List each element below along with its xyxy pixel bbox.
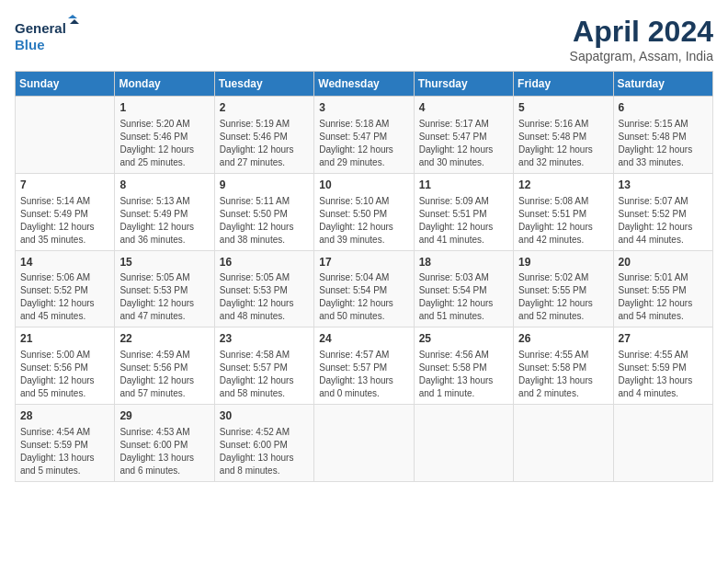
- cell-info: Sunrise: 5:03 AM Sunset: 5:54 PM Dayligh…: [419, 271, 508, 323]
- table-row: 6Sunrise: 5:15 AM Sunset: 5:48 PM Daylig…: [613, 97, 712, 174]
- cell-info: Sunrise: 4:59 AM Sunset: 5:56 PM Dayligh…: [119, 349, 209, 400]
- table-row: 26Sunrise: 4:55 AM Sunset: 5:58 PM Dayli…: [514, 327, 613, 405]
- col-header-monday: Monday: [115, 72, 214, 97]
- table-row: 14Sunrise: 5:06 AM Sunset: 5:52 PM Dayli…: [16, 250, 115, 327]
- date-number: 11: [419, 178, 508, 193]
- table-row: 8Sunrise: 5:13 AM Sunset: 5:49 PM Daylig…: [115, 173, 214, 250]
- table-row: 25Sunrise: 4:56 AM Sunset: 5:58 PM Dayli…: [414, 327, 513, 405]
- date-number: 18: [419, 255, 508, 270]
- date-number: 16: [220, 255, 309, 270]
- date-number: 23: [220, 331, 309, 347]
- logo-svg: General Blue: [15, 15, 79, 56]
- table-row: 30Sunrise: 4:52 AM Sunset: 6:00 PM Dayli…: [214, 405, 313, 482]
- date-number: 13: [619, 178, 708, 193]
- table-row: [414, 405, 513, 482]
- date-number: 14: [20, 255, 109, 270]
- table-row: 1Sunrise: 5:20 AM Sunset: 5:46 PM Daylig…: [115, 97, 214, 174]
- table-row: 20Sunrise: 5:01 AM Sunset: 5:55 PM Dayli…: [613, 250, 712, 327]
- cell-info: Sunrise: 4:53 AM Sunset: 6:00 PM Dayligh…: [119, 426, 209, 477]
- svg-text:Blue: Blue: [15, 37, 45, 52]
- cell-info: Sunrise: 4:52 AM Sunset: 6:00 PM Dayligh…: [220, 426, 309, 477]
- col-header-friday: Friday: [514, 72, 613, 97]
- date-number: 10: [319, 178, 408, 193]
- cell-info: Sunrise: 5:09 AM Sunset: 5:51 PM Dayligh…: [419, 195, 508, 247]
- calendar-table: SundayMondayTuesdayWednesdayThursdayFrid…: [15, 71, 713, 482]
- col-header-wednesday: Wednesday: [314, 72, 414, 97]
- date-number: 9: [220, 178, 309, 193]
- col-header-saturday: Saturday: [613, 72, 712, 97]
- table-row: 10Sunrise: 5:10 AM Sunset: 5:50 PM Dayli…: [314, 173, 414, 250]
- table-row: 27Sunrise: 4:55 AM Sunset: 5:59 PM Dayli…: [613, 327, 712, 405]
- table-row: [314, 405, 414, 482]
- table-row: 13Sunrise: 5:07 AM Sunset: 5:52 PM Dayli…: [613, 173, 712, 250]
- date-number: 30: [220, 408, 309, 424]
- cell-info: Sunrise: 4:58 AM Sunset: 5:57 PM Dayligh…: [220, 349, 309, 400]
- cell-info: Sunrise: 5:04 AM Sunset: 5:54 PM Dayligh…: [319, 271, 408, 323]
- logo: General Blue: [15, 15, 79, 56]
- date-number: 24: [319, 331, 408, 347]
- date-number: 26: [518, 331, 608, 347]
- table-row: [514, 405, 613, 482]
- table-row: 16Sunrise: 5:05 AM Sunset: 5:53 PM Dayli…: [214, 250, 313, 327]
- cell-info: Sunrise: 4:54 AM Sunset: 5:59 PM Dayligh…: [20, 426, 109, 477]
- cell-info: Sunrise: 4:57 AM Sunset: 5:57 PM Dayligh…: [319, 349, 408, 400]
- cell-info: Sunrise: 5:13 AM Sunset: 5:49 PM Dayligh…: [119, 195, 209, 247]
- cell-info: Sunrise: 5:02 AM Sunset: 5:55 PM Dayligh…: [518, 271, 608, 323]
- table-row: [613, 405, 712, 482]
- date-number: 8: [119, 178, 209, 193]
- col-header-tuesday: Tuesday: [214, 72, 313, 97]
- table-row: 29Sunrise: 4:53 AM Sunset: 6:00 PM Dayli…: [115, 405, 214, 482]
- title-block: April 2024 Sapatgram, Assam, India: [570, 15, 713, 63]
- col-header-sunday: Sunday: [16, 72, 115, 97]
- table-row: 3Sunrise: 5:18 AM Sunset: 5:47 PM Daylig…: [314, 97, 414, 174]
- cell-info: Sunrise: 5:18 AM Sunset: 5:47 PM Dayligh…: [319, 118, 408, 169]
- table-row: 24Sunrise: 4:57 AM Sunset: 5:57 PM Dayli…: [314, 327, 414, 405]
- table-row: 7Sunrise: 5:14 AM Sunset: 5:49 PM Daylig…: [16, 173, 115, 250]
- date-number: 29: [119, 408, 209, 424]
- date-number: 21: [20, 331, 109, 347]
- date-number: 28: [20, 408, 109, 424]
- cell-info: Sunrise: 5:00 AM Sunset: 5:56 PM Dayligh…: [20, 349, 109, 400]
- page-header: General Blue April 2024 Sapatgram, Assam…: [15, 15, 713, 63]
- table-row: 2Sunrise: 5:19 AM Sunset: 5:46 PM Daylig…: [214, 97, 313, 174]
- table-row: 4Sunrise: 5:17 AM Sunset: 5:47 PM Daylig…: [414, 97, 513, 174]
- svg-marker-2: [68, 15, 77, 18]
- table-row: 17Sunrise: 5:04 AM Sunset: 5:54 PM Dayli…: [314, 250, 414, 327]
- date-number: 5: [518, 100, 608, 116]
- cell-info: Sunrise: 5:20 AM Sunset: 5:46 PM Dayligh…: [119, 118, 209, 169]
- cell-info: Sunrise: 4:55 AM Sunset: 5:59 PM Dayligh…: [619, 349, 708, 400]
- cell-info: Sunrise: 5:17 AM Sunset: 5:47 PM Dayligh…: [419, 118, 508, 169]
- table-row: [16, 97, 115, 174]
- location-subtitle: Sapatgram, Assam, India: [570, 49, 713, 63]
- cell-info: Sunrise: 5:15 AM Sunset: 5:48 PM Dayligh…: [619, 118, 708, 169]
- date-number: 25: [419, 331, 508, 347]
- col-header-thursday: Thursday: [414, 72, 513, 97]
- table-row: 11Sunrise: 5:09 AM Sunset: 5:51 PM Dayli…: [414, 173, 513, 250]
- date-number: 1: [119, 100, 209, 116]
- date-number: 2: [220, 100, 309, 116]
- cell-info: Sunrise: 5:05 AM Sunset: 5:53 PM Dayligh…: [220, 271, 309, 323]
- table-row: 9Sunrise: 5:11 AM Sunset: 5:50 PM Daylig…: [214, 173, 313, 250]
- table-row: 19Sunrise: 5:02 AM Sunset: 5:55 PM Dayli…: [514, 250, 613, 327]
- date-number: 20: [619, 255, 708, 270]
- date-number: 27: [619, 331, 708, 347]
- cell-info: Sunrise: 5:10 AM Sunset: 5:50 PM Dayligh…: [319, 195, 408, 247]
- date-number: 6: [619, 100, 708, 116]
- svg-text:General: General: [15, 20, 66, 36]
- date-number: 19: [518, 255, 608, 270]
- svg-marker-3: [70, 19, 79, 24]
- table-row: 12Sunrise: 5:08 AM Sunset: 5:51 PM Dayli…: [514, 173, 613, 250]
- cell-info: Sunrise: 5:05 AM Sunset: 5:53 PM Dayligh…: [119, 271, 209, 323]
- month-title: April 2024: [570, 15, 713, 49]
- table-row: 23Sunrise: 4:58 AM Sunset: 5:57 PM Dayli…: [214, 327, 313, 405]
- date-number: 4: [419, 100, 508, 116]
- table-row: 18Sunrise: 5:03 AM Sunset: 5:54 PM Dayli…: [414, 250, 513, 327]
- table-row: 21Sunrise: 5:00 AM Sunset: 5:56 PM Dayli…: [16, 327, 115, 405]
- cell-info: Sunrise: 5:11 AM Sunset: 5:50 PM Dayligh…: [220, 195, 309, 247]
- date-number: 22: [119, 331, 209, 347]
- cell-info: Sunrise: 4:55 AM Sunset: 5:58 PM Dayligh…: [518, 349, 608, 400]
- cell-info: Sunrise: 4:56 AM Sunset: 5:58 PM Dayligh…: [419, 349, 508, 400]
- cell-info: Sunrise: 5:19 AM Sunset: 5:46 PM Dayligh…: [220, 118, 309, 169]
- cell-info: Sunrise: 5:07 AM Sunset: 5:52 PM Dayligh…: [619, 195, 708, 247]
- cell-info: Sunrise: 5:16 AM Sunset: 5:48 PM Dayligh…: [518, 118, 608, 169]
